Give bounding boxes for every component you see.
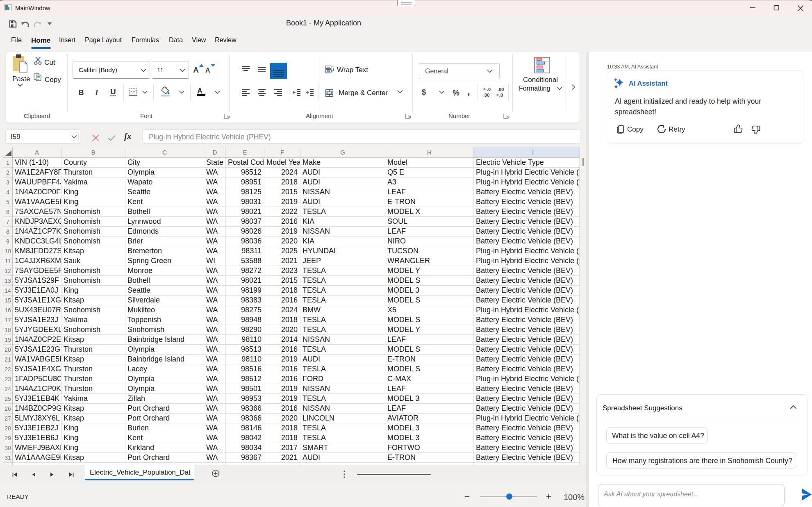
svg-text:.0: .0 xyxy=(499,93,503,98)
svg-text:.00: .00 xyxy=(483,93,489,98)
svg-text:.00: .00 xyxy=(498,87,504,92)
svg-text:.0: .0 xyxy=(487,87,491,92)
